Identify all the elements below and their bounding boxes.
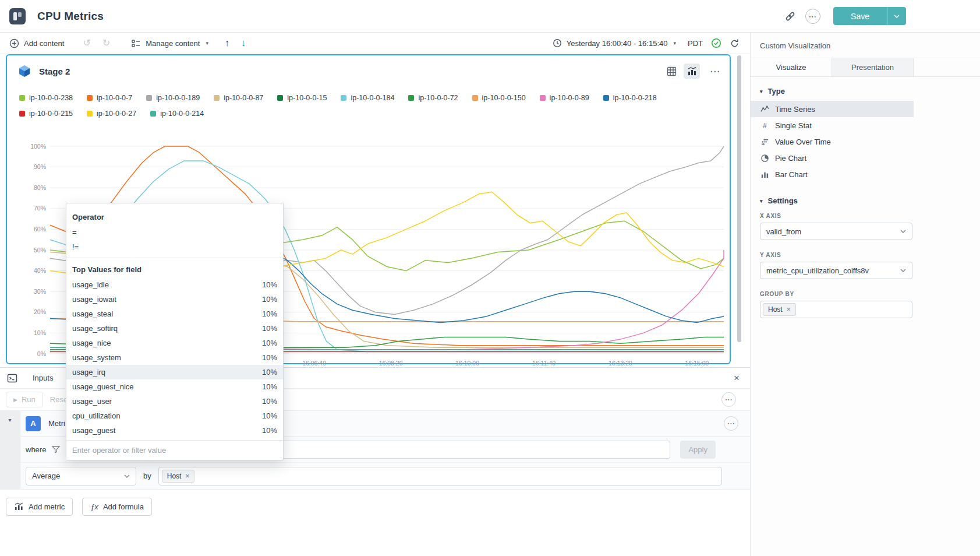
vertical-scrollbar[interactable] <box>737 55 741 342</box>
table-view-icon[interactable] <box>663 64 680 79</box>
query-options-icon[interactable]: ⋯ <box>721 392 736 407</box>
tab-inputs[interactable]: Inputs <box>33 374 53 382</box>
legend-item[interactable]: ip-10-0-0-214 <box>150 110 204 118</box>
legend-item[interactable]: ip-10-0-0-189 <box>146 94 200 102</box>
play-icon: ▶ <box>13 397 17 403</box>
refresh-icon[interactable] <box>730 38 740 48</box>
type-option-pie-chart[interactable]: Pie Chart <box>751 150 914 166</box>
sidebar-host-tag[interactable]: Host × <box>763 303 796 316</box>
status-check-icon[interactable] <box>711 38 721 48</box>
top-value-option[interactable]: usage_guest10% <box>66 423 283 438</box>
top-value-option[interactable]: usage_system10% <box>66 350 283 365</box>
top-value-option[interactable]: usage_guest_nice10% <box>66 379 283 394</box>
custom-visualization-sidebar: Custom Visualization Visualize Presentat… <box>750 33 980 556</box>
field-name: usage_guest_nice <box>72 382 134 391</box>
chart-view-icon[interactable] <box>684 64 700 79</box>
legend-swatch <box>19 95 25 101</box>
aggregation-select[interactable]: Average <box>26 467 136 485</box>
legend-item[interactable]: ip-10-0-0-238 <box>19 94 73 102</box>
field-name: usage_irq <box>72 368 105 376</box>
filter-value-input[interactable] <box>66 441 283 460</box>
more-options-icon[interactable]: ⋯ <box>805 9 820 24</box>
add-content-button[interactable]: Add content <box>6 36 68 51</box>
legend-swatch <box>472 95 478 101</box>
collapse-caret-icon[interactable]: ▾ <box>760 198 763 204</box>
legend-swatch <box>341 95 346 101</box>
legend-item[interactable]: ip-10-0-0-27 <box>87 110 136 118</box>
top-value-option[interactable]: usage_irq10% <box>66 365 283 379</box>
type-option-single-stat[interactable]: #Single Stat <box>751 117 914 133</box>
type-option-time-series[interactable]: Time Series <box>751 101 914 117</box>
legend-item[interactable]: ip-10-0-0-87 <box>214 94 263 102</box>
manage-content-button[interactable]: Manage content ▾ <box>128 36 212 51</box>
top-value-option[interactable]: usage_idle10% <box>66 277 283 292</box>
remove-tag-icon[interactable]: × <box>787 306 791 313</box>
metric-row-options-icon[interactable]: ⋯ <box>724 416 738 431</box>
legend-swatch <box>87 95 93 101</box>
dashboard-app-icon[interactable] <box>9 8 26 24</box>
legend-item[interactable]: ip-10-0-0-72 <box>408 94 458 102</box>
top-value-option[interactable]: usage_user10% <box>66 394 283 409</box>
save-button[interactable]: Save <box>833 7 887 25</box>
add-formula-button[interactable]: ƒx Add formula <box>82 498 152 516</box>
apply-button[interactable]: Apply <box>680 441 716 459</box>
group-by-field[interactable]: Host × <box>158 467 722 485</box>
type-option-bar-chart[interactable]: Bar Chart <box>751 166 914 182</box>
remove-tag-icon[interactable]: × <box>185 473 189 480</box>
top-value-option[interactable]: usage_nice10% <box>66 336 283 350</box>
top-value-option[interactable]: usage_softirq10% <box>66 321 283 336</box>
field-share: 10% <box>262 397 277 406</box>
time-range-selector[interactable]: Yesterday 16:00:40 - 16:15:40 ▾ <box>549 36 680 50</box>
collapse-caret-icon[interactable]: ▾ <box>760 89 763 94</box>
field-name: usage_guest <box>72 426 115 435</box>
svg-text:70%: 70% <box>34 205 46 212</box>
move-down-icon[interactable]: ↓ <box>236 38 250 48</box>
top-value-option[interactable]: usage_steal10% <box>66 307 283 321</box>
timezone-label[interactable]: PDT <box>688 39 703 48</box>
legend-item[interactable]: ip-10-0-0-150 <box>472 94 526 102</box>
legend-swatch <box>540 95 546 101</box>
legend-item[interactable]: ip-10-0-0-218 <box>603 94 657 102</box>
collapse-row-icon[interactable]: ▾ <box>0 417 20 423</box>
legend-item[interactable]: ip-10-0-0-89 <box>540 94 589 102</box>
filter-suggestions-popup: Operator =!= Top Values for field usage_… <box>66 203 284 460</box>
redo-icon[interactable]: ↻ <box>98 38 115 48</box>
row-collapse-gutter[interactable]: ▾ <box>0 411 20 489</box>
legend-item[interactable]: ip-10-0-0-15 <box>277 94 327 102</box>
share-link-icon[interactable] <box>784 10 796 22</box>
close-panel-icon[interactable]: × <box>734 373 740 383</box>
chevron-down-icon: ▾ <box>673 40 676 46</box>
sidebar-group-by-field[interactable]: Host × <box>760 301 912 318</box>
x-axis-select[interactable]: valid_from <box>760 223 912 240</box>
run-button[interactable]: ▶ Run <box>6 392 43 407</box>
add-metric-button[interactable]: Add metric <box>6 498 73 516</box>
legend-label: ip-10-0-0-238 <box>29 94 73 102</box>
panel-menu-icon[interactable]: ⋯ <box>710 65 720 78</box>
group-by-label: GROUP BY <box>760 291 971 297</box>
undo-icon[interactable]: ↺ <box>78 38 95 48</box>
legend-item[interactable]: ip-10-0-0-184 <box>341 94 394 102</box>
pie-chart-icon <box>760 154 769 163</box>
legend-swatch <box>277 95 283 101</box>
top-value-option[interactable]: usage_iowait10% <box>66 292 283 307</box>
operator-option[interactable]: != <box>66 240 283 254</box>
type-option-value-over-time[interactable]: Value Over Time <box>751 133 914 150</box>
legend-swatch <box>146 95 152 101</box>
operator-option[interactable]: = <box>66 225 283 240</box>
host-tag[interactable]: Host × <box>162 470 195 483</box>
move-up-icon[interactable]: ↑ <box>220 38 234 48</box>
y-axis-select[interactable]: metric_cpu_utilization_coiffs8v <box>760 262 912 279</box>
settings-section-header: ▾ Settings <box>751 182 980 210</box>
legend-item[interactable]: ip-10-0-0-7 <box>87 94 132 102</box>
svg-text:60%: 60% <box>34 226 46 233</box>
legend-item[interactable]: ip-10-0-0-215 <box>19 110 73 118</box>
svg-text:30%: 30% <box>34 288 46 295</box>
tab-presentation[interactable]: Presentation <box>832 58 914 76</box>
svg-text:16:10:00: 16:10:00 <box>455 360 479 367</box>
top-value-option[interactable]: cpu_utilization10% <box>66 409 283 423</box>
plus-circle-icon <box>9 38 19 48</box>
save-dropdown-caret-icon[interactable] <box>887 7 906 25</box>
tab-visualize[interactable]: Visualize <box>751 58 832 76</box>
field-share: 10% <box>262 295 277 304</box>
svg-text:16:13:20: 16:13:20 <box>608 360 632 367</box>
